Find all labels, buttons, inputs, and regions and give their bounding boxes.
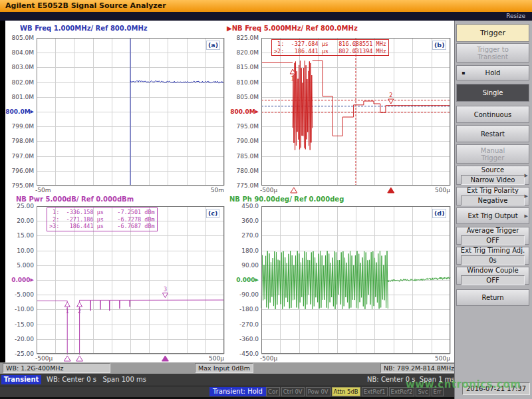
trigger-state-badge: Transient: Hold — [209, 387, 266, 396]
softkey-ext-trig-output[interactable]: Ext Trig Output▶ — [456, 207, 529, 224]
indicator-pow-0v: Pow 0V — [306, 387, 331, 396]
softkey-label: Hold — [485, 69, 501, 76]
y-tick-label: 796.0M — [5, 168, 34, 174]
softkey-label: Source — [481, 166, 504, 174]
y-tick-label: 801.0M — [5, 94, 34, 100]
y-tick-label: 0.000▶ — [229, 277, 259, 283]
marker-readout-b: 1: -327.684 µs 816.688551 MHz >2: 186.44… — [271, 39, 389, 56]
x-tick-label-right: 500µ — [428, 355, 450, 362]
softkey-label: Trigger — [480, 29, 505, 37]
softkey-label: Continuous — [474, 111, 511, 118]
x-tick-label-left: -500µ — [260, 187, 277, 194]
softkey-menu: TriggerTrigger toTransient▪HoldSingleCon… — [454, 21, 532, 399]
wb-sweep-status: WB: Center 0 s Span 100 ms — [47, 375, 146, 384]
y-tick-label: 180.0 — [229, 247, 259, 254]
resize-control[interactable]: Resize — [506, 13, 525, 19]
softkey-window-couple[interactable]: Window CoupleOFF — [456, 267, 529, 285]
y-tick-label: 360.0 — [229, 217, 259, 224]
plot-canvas-d — [261, 206, 450, 363]
softkey-continuous[interactable]: Continuous — [456, 106, 529, 123]
nb-sweep-status: NB: Center 0 s Span 1 ms — [367, 375, 455, 384]
svg-text:3: 3 — [164, 287, 167, 293]
y-tick-label: 0.000▶ — [5, 277, 34, 283]
indicator-cor: Cor — [266, 387, 280, 396]
y-tick-label: 775.0M — [229, 182, 259, 189]
x-tick-label-right: 500µ — [428, 187, 450, 194]
y-tick-label: -15.00 — [5, 321, 34, 328]
y-tick-label: 90.00 — [229, 262, 259, 269]
svg-text:2: 2 — [389, 92, 392, 98]
y-tick-label: 825.0M — [229, 35, 259, 41]
y-tick-label: 10.00 — [5, 247, 34, 254]
y-tick-label: 805.0M — [229, 94, 259, 100]
softkey-label: Ext Trig Output — [467, 212, 517, 219]
softkey-label: Return — [481, 294, 503, 301]
y-tick-label: -270.0 — [229, 321, 259, 328]
y-tick-label: 25.00 — [5, 203, 34, 209]
softkey-manual-trigger: ManualTrigger — [456, 144, 529, 164]
submenu-arrow-icon: ▶ — [525, 172, 528, 180]
softkey-restart[interactable]: Restart — [456, 125, 529, 142]
plot-canvas-a — [37, 38, 224, 195]
range-status-strip: WB: 1.2G-400MHz Max Input 0dBm NB: 789.2… — [0, 362, 454, 374]
softkey-trigger[interactable]: Trigger — [456, 24, 529, 42]
submenu-arrow-icon: ▶ — [525, 213, 528, 220]
indicator-extref1: ExtRef1 — [362, 387, 388, 396]
wb-range-status: WB: 1.2G-400MHz — [3, 363, 110, 373]
y-tick-label: 820.0M — [229, 49, 259, 56]
graph-wb-freq[interactable] — [37, 38, 224, 186]
graph-nb-freq[interactable]: 12 — [261, 38, 450, 186]
y-tick-label: -450.0 — [229, 350, 259, 357]
y-tick-label: 270.0 — [229, 232, 259, 239]
y-tick-label: 15.00 — [5, 232, 34, 239]
trace-title-nb-phase: NB Ph 90.00deg/ Ref 0.000deg — [229, 196, 344, 203]
y-tick-label: -180.0 — [229, 306, 259, 313]
instrument-screen: Agilent E5052B Signal Source Analyzer Re… — [0, 0, 532, 399]
softkey-value: Narrow Video — [461, 175, 525, 185]
svg-text:1: 1 — [66, 309, 69, 315]
mode-badge: Transient — [1, 375, 41, 384]
panel-label-d: (d) — [432, 209, 446, 218]
panel-label-a: (a) — [206, 41, 220, 50]
y-tick-label: 815.0M — [229, 64, 259, 70]
instrument-status-bar: Transient: Hold CorCtrl 0VPow 0VAttn 5dB… — [0, 386, 454, 397]
softkey-value: 0s — [461, 255, 525, 265]
softkey-source[interactable]: SourceNarrow Video▶ — [456, 166, 529, 185]
window-title: Agilent E5052B Signal Source Analyzer — [0, 0, 532, 12]
plot-canvas-b: 12 — [261, 38, 450, 195]
sweep-status-bar: Transient WB: Center 0 s Span 100 ms NB:… — [0, 374, 454, 386]
softkey-average-trigger[interactable]: Average TriggerOFF — [456, 227, 529, 245]
submenu-arrow-icon: ▶ — [525, 193, 528, 200]
softkey-label: Window Couple — [467, 267, 518, 274]
softkey-ext-trig-timing-adj[interactable]: Ext Trig Timing Adj.0s — [456, 247, 529, 265]
y-tick-label: 797.0M — [5, 153, 34, 160]
softkey-value: OFF — [461, 275, 525, 285]
menu-bar: Resize — [0, 12, 532, 21]
y-tick-label: 799.0M — [5, 123, 34, 130]
y-tick-label: 798.0M — [5, 138, 34, 144]
trace-title-wb-freq: WB Freq 1.000MHz/ Ref 800.0MHz — [20, 25, 148, 32]
softkey-hold[interactable]: ▪Hold — [456, 65, 529, 80]
softkey-label: Trigger toTransient — [477, 46, 509, 61]
nb-range-status: NB: 789.2M-814.8MHz — [380, 363, 458, 373]
x-tick-label-left: -50m — [35, 187, 51, 194]
softkey-value: Negative — [461, 196, 525, 205]
y-tick-label: 800.0M▶ — [5, 108, 34, 115]
indicator-extref2: ExtRef2 — [389, 387, 415, 396]
x-tick-label-right: 50m — [201, 187, 224, 194]
softkey-label: ManualTrigger — [481, 147, 505, 162]
indicator-svc: Svc — [416, 387, 430, 396]
softkey-label: Restart — [481, 130, 505, 138]
softkey-trigger-to-transient: Trigger toTransient — [456, 43, 529, 63]
selected-dot-icon: ▪ — [462, 69, 465, 76]
y-tick-label: 805.0M — [5, 35, 34, 41]
softkey-ext-trig-polarity[interactable]: Ext Trig PolarityNegative▶ — [456, 187, 529, 205]
y-tick-label: 795.0M — [5, 182, 34, 189]
softkey-label: Single — [483, 89, 503, 96]
y-tick-label: 800.0M▶ — [229, 108, 259, 115]
y-tick-label: 5.000 — [5, 262, 34, 269]
x-tick-label-left: -500µ — [35, 355, 53, 362]
graph-nb-phase[interactable] — [261, 206, 450, 354]
softkey-return[interactable]: Return — [456, 289, 529, 306]
softkey-single[interactable]: Single — [456, 84, 529, 102]
